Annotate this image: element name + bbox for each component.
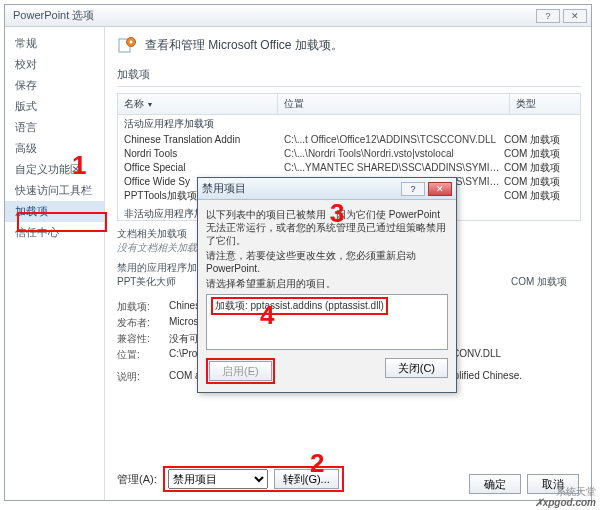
- table-row[interactable]: Chinese Translation AddinC:\...t Office\…: [118, 133, 580, 147]
- sidebar-item-advanced[interactable]: 高级: [5, 138, 104, 159]
- col-location[interactable]: 位置: [278, 94, 510, 114]
- modal-title: 禁用项目: [202, 181, 246, 196]
- modal-close-icon[interactable]: ✕: [428, 182, 452, 196]
- modal-list-entry[interactable]: 加载项: pptassist.addins (pptassist.dll): [211, 297, 388, 315]
- go-button[interactable]: 转到(G)...: [274, 469, 339, 489]
- manage-label: 管理(A):: [117, 472, 157, 487]
- divider: [117, 86, 581, 87]
- col-name[interactable]: 名称 ▾: [118, 94, 278, 114]
- manage-select[interactable]: 禁用项目: [168, 469, 268, 489]
- sidebar: 常规 校对 保存 版式 语言 高级 自定义功能区 快速访问工具栏 加载项 信任中…: [5, 27, 105, 500]
- sidebar-item-qat[interactable]: 快速访问工具栏: [5, 180, 104, 201]
- close-icon[interactable]: ✕: [563, 9, 587, 23]
- modal-text-1: 以下列表中的项目已被禁用，因为它们使 PowerPoint 无法正常运行，或者您…: [206, 208, 448, 247]
- window-title: PowerPoint 选项: [9, 8, 533, 23]
- sidebar-item-proofing[interactable]: 校对: [5, 54, 104, 75]
- col-type[interactable]: 类型: [510, 94, 580, 114]
- disabled-items-dialog: 禁用项目 ? ✕ 以下列表中的项目已被禁用，因为它们使 PowerPoint 无…: [197, 177, 457, 393]
- modal-text-2: 请注意，若要使这些更改生效，您必须重新启动 PowerPoint.: [206, 249, 448, 275]
- table-row[interactable]: Office SpecialC:\...YMANTEC SHARED\SSC\A…: [118, 161, 580, 175]
- ok-button[interactable]: 确定: [469, 474, 521, 494]
- sidebar-item-save[interactable]: 保存: [5, 75, 104, 96]
- header-text: 查看和管理 Microsoft Office 加载项。: [145, 37, 343, 54]
- sidebar-item-trust-center[interactable]: 信任中心: [5, 222, 104, 243]
- modal-help-icon[interactable]: ?: [401, 182, 425, 196]
- group-active: 活动应用程序加载项: [118, 115, 580, 133]
- watermark: 系统天堂 ✗xpgod.com: [535, 486, 596, 508]
- sidebar-item-general[interactable]: 常规: [5, 33, 104, 54]
- table-row[interactable]: Nordri ToolsC:\...\Nordri Tools\Nordri.v…: [118, 147, 580, 161]
- modal-listbox[interactable]: 加载项: pptassist.addins (pptassist.dll): [206, 294, 448, 350]
- options-window: PowerPoint 选项 ? ✕ 常规 校对 保存 版式 语言 高级 自定义功…: [4, 4, 592, 501]
- sidebar-item-addins[interactable]: 加载项: [5, 201, 104, 222]
- modal-close-button[interactable]: 关闭(C): [385, 358, 448, 378]
- titlebar: PowerPoint 选项 ? ✕: [5, 5, 591, 27]
- addins-icon: [117, 35, 137, 55]
- modal-text-3: 请选择希望重新启用的项目。: [206, 277, 448, 290]
- section-label: 加载项: [117, 67, 581, 82]
- sidebar-item-layout[interactable]: 版式: [5, 96, 104, 117]
- help-icon[interactable]: ?: [536, 9, 560, 23]
- sort-caret-icon: ▾: [148, 100, 152, 109]
- sidebar-item-customize-ribbon[interactable]: 自定义功能区: [5, 159, 104, 180]
- svg-point-2: [130, 41, 133, 44]
- sidebar-item-language[interactable]: 语言: [5, 117, 104, 138]
- enable-button[interactable]: 启用(E): [209, 361, 272, 381]
